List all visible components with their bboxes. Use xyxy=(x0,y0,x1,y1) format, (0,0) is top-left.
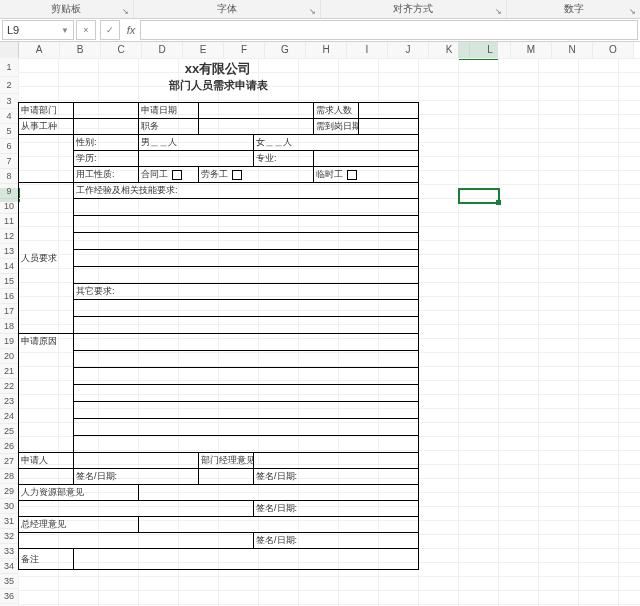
row-header[interactable]: 23 xyxy=(0,394,18,409)
field-other-req[interactable] xyxy=(74,300,419,317)
row-header[interactable]: 28 xyxy=(0,469,18,484)
dialog-launcher-icon[interactable]: ↘ xyxy=(309,7,316,16)
chevron-down-icon[interactable]: ▼ xyxy=(61,26,69,35)
active-row-indicator xyxy=(0,188,20,202)
cancel-formula-button[interactable]: × xyxy=(76,20,96,40)
field-job-type[interactable] xyxy=(74,119,139,135)
fx-icon[interactable]: fx xyxy=(122,21,140,39)
grid-body[interactable]: xx有限公司 部门人员需求申请表 申请部门 申请日期 需求人数 xyxy=(18,58,640,606)
field-apply-date[interactable] xyxy=(199,103,314,119)
field-hr-opinion[interactable] xyxy=(139,485,419,501)
dialog-launcher-icon[interactable]: ↘ xyxy=(495,7,502,16)
field-applicant[interactable] xyxy=(74,453,199,469)
column-header[interactable]: H xyxy=(306,42,347,58)
row-header[interactable]: 27 xyxy=(0,454,18,469)
row-header[interactable]: 12 xyxy=(0,229,18,244)
row-header[interactable]: 22 xyxy=(0,379,18,394)
label-sign-date-1: 签名/日期: xyxy=(74,469,199,485)
ribbon-group-clipboard: 剪贴板 ↘ xyxy=(0,0,134,18)
field-education[interactable] xyxy=(139,151,254,167)
enter-formula-button[interactable]: ✓ xyxy=(100,20,120,40)
label-sign-date-4: 签名/日期: xyxy=(254,533,419,549)
row-header[interactable]: 35 xyxy=(0,574,18,589)
column-header[interactable]: G xyxy=(265,42,306,58)
row-header[interactable]: 13 xyxy=(0,244,18,259)
field-work-exp[interactable] xyxy=(74,199,419,216)
row-header[interactable]: 30 xyxy=(0,499,18,514)
field-gm-opinion[interactable] xyxy=(139,517,419,533)
checkbox-icon[interactable] xyxy=(172,170,182,180)
row-header[interactable]: 16 xyxy=(0,289,18,304)
ribbon-group-alignment: 对齐方式 ↘ xyxy=(321,0,508,18)
column-header[interactable]: I xyxy=(347,42,388,58)
column-header[interactable]: C xyxy=(101,42,142,58)
ribbon-label: 剪贴板 xyxy=(51,2,81,16)
column-header[interactable]: N xyxy=(552,42,593,58)
worksheet[interactable]: ABCDEFGHIJKLMNO 123456789101112131415161… xyxy=(0,42,640,606)
row-header[interactable]: 19 xyxy=(0,334,18,349)
row-header[interactable]: 21 xyxy=(0,364,18,379)
field-major[interactable] xyxy=(314,151,419,167)
row-header[interactable]: 31 xyxy=(0,514,18,529)
field-remark[interactable] xyxy=(74,549,419,570)
row-header[interactable]: 5 xyxy=(0,124,18,139)
checkbox-icon[interactable] xyxy=(232,170,242,180)
formula-bar[interactable] xyxy=(140,20,638,40)
column-header[interactable]: D xyxy=(142,42,183,58)
row-header[interactable]: 6 xyxy=(0,139,18,154)
label-apply-dept: 申请部门 xyxy=(19,103,74,119)
row-header[interactable]: 15 xyxy=(0,274,18,289)
row-header[interactable]: 7 xyxy=(0,154,18,169)
label-reason: 申请原因 xyxy=(19,334,74,453)
form-area: xx有限公司 部门人员需求申请表 申请部门 申请日期 需求人数 xyxy=(18,58,418,570)
label-personnel-req: 人员要求 xyxy=(19,183,74,334)
form-subtitle: 部门人员需求申请表 xyxy=(18,78,418,94)
row-header[interactable]: 20 xyxy=(0,349,18,364)
dialog-launcher-icon[interactable]: ↘ xyxy=(122,7,129,16)
row-header[interactable]: 18 xyxy=(0,319,18,334)
row-header[interactable]: 24 xyxy=(0,409,18,424)
ribbon-label: 对齐方式 xyxy=(393,2,433,16)
label-work-exp: 工作经验及相关技能要求: xyxy=(74,183,419,199)
row-header[interactable]: 11 xyxy=(0,214,18,229)
row-header[interactable]: 2 xyxy=(0,77,18,94)
column-header[interactable]: F xyxy=(224,42,265,58)
column-header[interactable]: B xyxy=(60,42,101,58)
field-apply-dept[interactable] xyxy=(74,103,139,119)
column-header[interactable]: M xyxy=(511,42,552,58)
row-header[interactable]: 14 xyxy=(0,259,18,274)
row-header[interactable]: 3 xyxy=(0,94,18,109)
ribbon-label: 字体 xyxy=(217,2,237,16)
row-header[interactable]: 32 xyxy=(0,529,18,544)
ribbon-label: 数字 xyxy=(564,2,584,16)
row-header[interactable]: 36 xyxy=(0,589,18,604)
name-box[interactable]: L9 ▼ xyxy=(2,20,74,40)
ribbon-group-font: 字体 ↘ xyxy=(134,0,321,18)
dialog-launcher-icon[interactable]: ↘ xyxy=(629,7,636,16)
row-header[interactable]: 33 xyxy=(0,544,18,559)
row-header[interactable]: 17 xyxy=(0,304,18,319)
row-header[interactable]: 8 xyxy=(0,169,18,184)
field-arrive-date[interactable] xyxy=(359,119,419,135)
label-female: 女＿＿人 xyxy=(254,135,419,151)
label-arrive-date: 需到岗日期 xyxy=(314,119,359,135)
row-header[interactable]: 25 xyxy=(0,424,18,439)
field-position[interactable] xyxy=(199,119,314,135)
row-header[interactable]: 26 xyxy=(0,439,18,454)
field-dept-mgr[interactable] xyxy=(254,453,419,469)
label-applicant: 申请人 xyxy=(19,453,74,469)
field-reason[interactable] xyxy=(74,334,419,351)
field-need-count[interactable] xyxy=(359,103,419,119)
row-header[interactable]: 4 xyxy=(0,109,18,124)
name-box-value: L9 xyxy=(7,24,19,36)
label-sign-date-3: 签名/日期: xyxy=(254,501,419,517)
row-header[interactable]: 1 xyxy=(0,58,18,77)
checkbox-icon[interactable] xyxy=(347,170,357,180)
column-header[interactable]: E xyxy=(183,42,224,58)
column-header[interactable]: O xyxy=(593,42,634,58)
select-all-corner[interactable] xyxy=(0,42,19,58)
row-header[interactable]: 34 xyxy=(0,559,18,574)
row-header[interactable]: 29 xyxy=(0,484,18,499)
column-header[interactable]: J xyxy=(388,42,429,58)
column-header[interactable]: A xyxy=(19,42,60,58)
